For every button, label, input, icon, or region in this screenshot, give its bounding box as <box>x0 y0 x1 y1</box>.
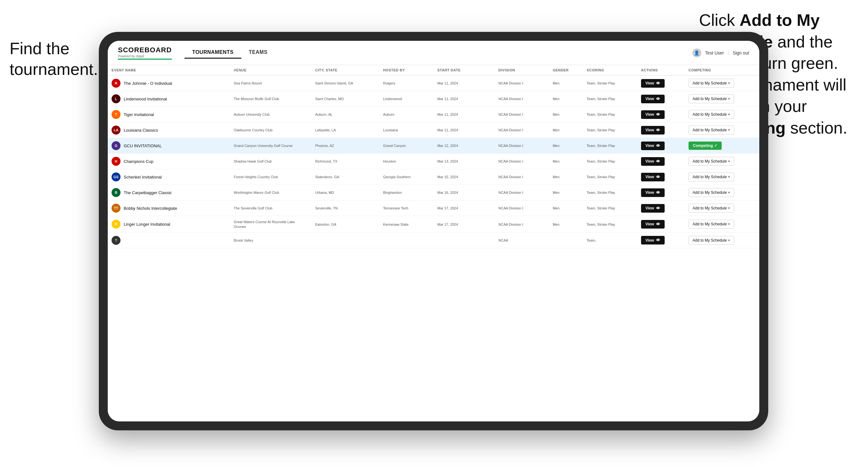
hosted-by-9: Tennessee Tech <box>379 200 434 216</box>
view-button-11[interactable]: View 👁 <box>641 236 664 245</box>
table-row: TTBobby Nichols IntercollegiateThe Sevie… <box>108 200 759 216</box>
start-date-3: Mar 11, 2024 <box>434 107 495 122</box>
scoring-3: Team, Stroke Play <box>583 107 637 122</box>
event-name-cell-5: GGCU INVITATIONAL <box>108 138 230 154</box>
add-schedule-button-3[interactable]: Add to My Schedule + <box>688 110 735 119</box>
gender-4: Men <box>549 122 583 138</box>
add-schedule-button-2[interactable]: Add to My Schedule + <box>688 94 735 103</box>
gender-5: Men <box>549 138 583 154</box>
hosted-by-7: Georgia Southern <box>379 169 434 185</box>
table-row: HChampions CupShadow Hawk Golf ClubRichm… <box>108 154 759 169</box>
header-right: 👤 Test User | Sign out <box>692 49 749 57</box>
view-button-4[interactable]: View 👁 <box>641 126 664 134</box>
competing-cell-4: Add to My Schedule + <box>685 122 759 138</box>
event-name-cell-9: TTBobby Nichols Intercollegiate <box>108 200 230 216</box>
hosted-by-3: Auburn <box>379 107 434 122</box>
city-10: Eatonton, GA <box>311 216 379 233</box>
start-date-5: Mar 12, 2024 <box>434 138 495 154</box>
scoring-6: Team, Stroke Play <box>583 154 637 169</box>
view-eye-icon-4: 👁 <box>656 128 660 133</box>
actions-cell-7: View 👁 <box>637 169 685 185</box>
add-schedule-button-9[interactable]: Add to My Schedule + <box>688 204 735 213</box>
col-header-gender: GENDER <box>549 65 583 75</box>
actions-cell-11: View 👁 <box>637 232 685 248</box>
add-schedule-button-4[interactable]: Add to My Schedule + <box>688 126 735 134</box>
scoring-9: Team, Stroke Play <box>583 200 637 216</box>
view-button-2[interactable]: View 👁 <box>641 95 664 103</box>
event-name-text-7: Schenkel Invitational <box>124 175 162 180</box>
scoring-4: Team, Stroke Play <box>583 122 637 138</box>
add-schedule-button-6[interactable]: Add to My Schedule + <box>688 157 735 166</box>
city-7: Statesboro, GA <box>311 169 379 185</box>
pipe-divider: | <box>728 50 729 56</box>
tablet-screen: SCOREBOARD Powered by clippd TOURNAMENTS… <box>108 41 759 422</box>
start-date-4: Mar 11, 2024 <box>434 122 495 138</box>
col-header-competing: COMPETING <box>685 65 759 75</box>
view-button-5[interactable]: View 👁 <box>641 142 664 150</box>
hosted-by-11 <box>379 232 434 248</box>
actions-cell-1: View 👁 <box>637 75 685 91</box>
add-schedule-button-7[interactable]: Add to My Schedule + <box>688 173 735 181</box>
col-header-actions: ACTIONS <box>637 65 685 75</box>
nav-tabs: TOURNAMENTS TEAMS <box>185 47 692 59</box>
annotation-right-prefix: Click <box>699 11 740 29</box>
table-row: GSSchenkel InvitationalForest Heights Co… <box>108 169 759 185</box>
nav-tab-tournaments[interactable]: TOURNAMENTS <box>185 47 241 59</box>
division-5: NCAA Division I <box>495 138 549 154</box>
table-row: GGCU INVITATIONALGrand Canyon University… <box>108 138 759 154</box>
view-button-7[interactable]: View 👁 <box>641 173 664 181</box>
event-name-text-10: Linger Longer Invitational <box>124 222 170 227</box>
team-logo-5: G <box>112 141 121 150</box>
annotation-left: Find the tournament. <box>9 38 99 80</box>
add-schedule-button-8[interactable]: Add to My Schedule + <box>688 188 735 197</box>
division-8: NCAA Division I <box>495 185 549 200</box>
view-eye-icon-11: 👁 <box>656 238 660 243</box>
venue-8: Worthington Manor Golf Club <box>230 185 311 200</box>
event-name-text-2: Lindenwood Invitational <box>124 97 167 101</box>
start-date-1: Mar 11, 2024 <box>434 75 495 91</box>
view-button-1[interactable]: View 👁 <box>641 79 664 88</box>
event-name-text-4: Louisiana Classics <box>124 128 158 133</box>
table-container: EVENT NAME VENUE CITY, STATE HOSTED BY S… <box>108 65 759 422</box>
competing-cell-8: Add to My Schedule + <box>685 185 759 200</box>
event-name-text-8: The Carpetbagger Classic <box>124 190 172 195</box>
view-button-6[interactable]: View 👁 <box>641 157 664 166</box>
add-schedule-button-1[interactable]: Add to My Schedule + <box>688 79 735 88</box>
view-button-9[interactable]: View 👁 <box>641 204 664 213</box>
start-date-6: Mar 13, 2024 <box>434 154 495 169</box>
event-name-cell-3: TTiger Invitational <box>108 107 230 122</box>
table-row: ?Brook ValleyNCAATeam,View 👁Add to My Sc… <box>108 232 759 248</box>
add-schedule-button-11[interactable]: Add to My Schedule + <box>688 236 735 245</box>
hosted-by-4: Louisiana <box>379 122 434 138</box>
venue-3: Auburn University Club <box>230 107 311 122</box>
competing-button-5[interactable]: Competing ✓ <box>688 142 722 150</box>
event-name-text-1: The Johnnie - O Individual <box>124 81 172 86</box>
actions-cell-8: View 👁 <box>637 185 685 200</box>
competing-cell-6: Add to My Schedule + <box>685 154 759 169</box>
view-eye-icon-9: 👁 <box>656 206 660 211</box>
table-row: BThe Carpetbagger ClassicWorthington Man… <box>108 185 759 200</box>
competing-cell-7: Add to My Schedule + <box>685 169 759 185</box>
add-schedule-button-10[interactable]: Add to My Schedule + <box>688 220 735 228</box>
venue-4: Oakbourne Country Club <box>230 122 311 138</box>
start-date-10: Mar 17, 2024 <box>434 216 495 233</box>
view-button-3[interactable]: View 👁 <box>641 110 664 119</box>
division-9: NCAA Division I <box>495 200 549 216</box>
sign-out-link[interactable]: Sign out <box>733 50 749 56</box>
gender-3: Men <box>549 107 583 122</box>
view-button-10[interactable]: View 👁 <box>641 220 664 228</box>
table-row: LLindenwood InvitationalThe Missouri Blu… <box>108 91 759 107</box>
view-button-8[interactable]: View 👁 <box>641 188 664 197</box>
team-logo-4: LA <box>112 126 121 134</box>
team-logo-11: ? <box>112 236 121 245</box>
city-4: Lafayette, LA <box>311 122 379 138</box>
table-row: TTiger InvitationalAuburn University Clu… <box>108 107 759 122</box>
scoring-11: Team, <box>583 232 637 248</box>
table-header-row: EVENT NAME VENUE CITY, STATE HOSTED BY S… <box>108 65 759 75</box>
start-date-11 <box>434 232 495 248</box>
nav-tab-teams[interactable]: TEAMS <box>241 47 275 59</box>
hosted-by-6: Houston <box>379 154 434 169</box>
tablet-frame: SCOREBOARD Powered by clippd TOURNAMENTS… <box>99 32 768 430</box>
col-header-hosted: HOSTED BY <box>379 65 434 75</box>
view-eye-icon-7: 👁 <box>656 175 660 180</box>
